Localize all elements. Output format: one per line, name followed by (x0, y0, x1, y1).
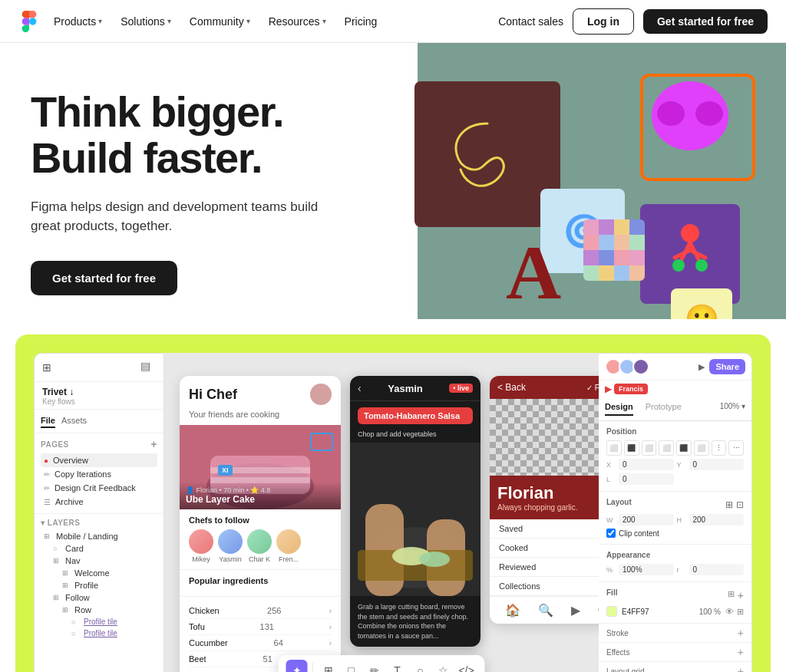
distribute-h-button[interactable]: ⋮ (712, 440, 727, 456)
nav-resources[interactable]: Resources ▾ (261, 11, 334, 32)
add-layout-grid-button[interactable]: + (738, 665, 744, 672)
editor-section: ⊞ ▤ Trivet ↓ Key flows File Assets Pages… (15, 334, 771, 672)
share-button[interactable]: Share (709, 359, 745, 374)
layer-profile-tile-1[interactable]: ○ Profile tile (68, 616, 157, 628)
align-bottom-button[interactable]: ⬜ (694, 440, 709, 456)
tab-design[interactable]: Design (605, 402, 633, 416)
l-value[interactable]: 0 (619, 473, 674, 485)
fill-more-icon[interactable]: ⊞ (737, 607, 744, 617)
toolbar-ellipse-tool[interactable]: ○ (410, 660, 431, 672)
nav-products[interactable]: Products ▾ (46, 11, 110, 32)
page-copy-iterations[interactable]: ✏ Copy Iterations (41, 467, 157, 481)
chef-yasmin-name: Yasmin (218, 555, 243, 563)
align-right-button[interactable]: ⬜ (642, 440, 657, 456)
florian-status: Always chopping garlic. (497, 503, 599, 512)
align-top-button[interactable]: ⬜ (659, 440, 674, 456)
fill-add-icon[interactable]: + (738, 589, 744, 601)
fill-opacity-value[interactable]: 100 % (699, 608, 721, 616)
h-value[interactable]: 200 (689, 514, 745, 525)
w-value[interactable]: 200 (619, 514, 674, 525)
radius-value[interactable]: 0 (689, 564, 745, 575)
hero-cta-button[interactable]: Get started for free (31, 261, 177, 295)
chef-yasmin-avatar (218, 529, 243, 554)
add-effects-button[interactable]: + (738, 646, 744, 658)
nav-community[interactable]: Community ▾ (182, 11, 258, 32)
contact-sales-link[interactable]: Contact sales (498, 15, 563, 28)
layer-row[interactable]: ⊞ Row (59, 604, 157, 616)
x-value[interactable]: 0 (619, 459, 674, 470)
tab-file[interactable]: File (41, 414, 55, 428)
page-overview[interactable]: ● Overview (41, 453, 157, 467)
fnav-search-icon[interactable]: 🔍 (538, 603, 553, 618)
tab-prototype[interactable]: Prototype (646, 402, 682, 416)
align-center-h-button[interactable]: ⬛ (624, 440, 639, 456)
popular-ingredients-section: Popular ingredients (180, 570, 341, 597)
illustration-letter-a: A (491, 227, 576, 319)
chef-fren-name: Fren... (276, 555, 301, 563)
tab-assets[interactable]: Assets (61, 414, 87, 428)
page-edit2-icon: ✏ (44, 484, 50, 492)
hichef-mockup: Hi Chef Your friends are cooking 👤 Flori… (180, 376, 341, 672)
figma-logo-icon (18, 11, 40, 32)
yasmin-mockup: ‹ Yasmin • live Tomato-Habanero Salsa Ch… (350, 376, 481, 647)
layer-mobile-landing[interactable]: ⊞ Mobile / Landing (41, 530, 157, 542)
align-center-v-button[interactable]: ⬛ (676, 440, 692, 456)
toolbar-pen-tool[interactable]: ✏ (364, 660, 385, 672)
y-value[interactable]: 0 (689, 459, 745, 470)
ingr-tofu: Tofu 131 › (189, 619, 332, 635)
grid-icon: ⊞ (42, 361, 51, 374)
fnav-video-icon[interactable]: ▶ (571, 603, 580, 618)
opacity-value[interactable]: 100% (619, 564, 674, 575)
fnav-chat-icon[interactable]: 💬 (598, 603, 599, 618)
play-icon[interactable]: ▶ (698, 362, 705, 372)
add-page-button[interactable]: + (150, 438, 157, 450)
toolbar-frame-tool[interactable]: ⊞ (318, 660, 339, 672)
distribute-v-button[interactable]: ⋯ (728, 440, 744, 456)
layer-welcome[interactable]: ⊞ Welcome (59, 567, 157, 579)
toolbar-rect-tool[interactable]: □ (341, 660, 362, 672)
layer-card[interactable]: ○ Card (50, 542, 157, 555)
panel-toggle-icon[interactable]: ▤ (140, 360, 156, 375)
page-red-dot-icon: ● (44, 456, 48, 465)
toolbar-star-tool[interactable]: ☆ (433, 660, 454, 672)
get-started-button[interactable]: Get started for free (643, 9, 768, 34)
toolbar-text-tool[interactable]: T (387, 660, 408, 672)
toolbar-code-tool[interactable]: </> (456, 660, 477, 672)
w-label: W (606, 516, 616, 524)
squiggle-icon (434, 100, 541, 208)
layer-follow[interactable]: ⊞ Follow (50, 591, 157, 604)
video-svg (350, 443, 481, 596)
clip-content-checkbox[interactable] (606, 529, 616, 538)
layer-profile-tile-2[interactable]: ○ Profile tile (68, 628, 157, 639)
fill-eye-icon[interactable]: 👁 (725, 607, 734, 617)
svg-point-3 (681, 224, 699, 242)
yasmin-name: Yasmin (388, 383, 423, 394)
x-label: X (606, 461, 616, 469)
chefs-section: Chefs to follow Mikey Yasmin Char K (180, 509, 341, 570)
toolbar-cursor-tool[interactable]: ✦ (286, 660, 308, 672)
page-design-crit[interactable]: ✏ Design Crit Feedback (41, 481, 157, 495)
yasmin-recipe-sub: Chop and add vegetables (358, 430, 473, 438)
layer-profile[interactable]: ⊞ Profile (59, 579, 157, 591)
nav-pricing[interactable]: Pricing (337, 11, 385, 32)
nav-right: Contact sales Log in Get started for fre… (498, 8, 768, 35)
nav-left: Products ▾ Solutions ▾ Community ▾ Resou… (18, 11, 385, 32)
svg-point-21 (419, 552, 450, 567)
cake-overlay: 👤 Florian • 70 min • ⭐ 4.8 Ube Layer Cak… (180, 482, 341, 509)
align-left-button[interactable]: ⬜ (606, 440, 622, 456)
add-stroke-button[interactable]: + (738, 627, 744, 639)
position-values: X 0 Y 0 L 0 (606, 459, 744, 485)
layers-label: ▾ Layers (41, 519, 80, 527)
layer-nav[interactable]: ⊞ Nav (50, 555, 157, 567)
nav-solutions[interactable]: Solutions ▾ (113, 11, 179, 32)
chef-chark-name: Char K (247, 555, 272, 563)
illustration-brown-panel (414, 81, 560, 227)
login-button[interactable]: Log in (573, 8, 634, 35)
layer-circle2-icon: ○ (71, 618, 81, 626)
illustration-pink-shape (640, 74, 740, 169)
fill-color-swatch[interactable] (606, 606, 617, 617)
yasmin-header: ‹ Yasmin • live (350, 376, 481, 401)
page-archive[interactable]: ☰ Archive (41, 495, 157, 509)
fnav-home-icon[interactable]: 🏠 (505, 603, 520, 618)
fill-hex-value[interactable]: E4FF97 (622, 608, 695, 616)
